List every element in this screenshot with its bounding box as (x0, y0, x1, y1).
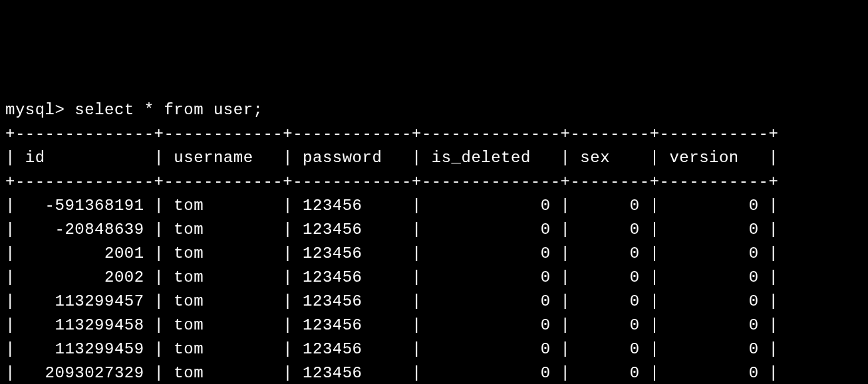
table-data-rows: | -591368191 | tom | 123456 | 0 | 0 | 0 … (5, 197, 778, 382)
table-header-row: | id | username | password | is_deleted … (5, 149, 778, 167)
table-border-mid: +--------------+------------+-----------… (5, 173, 778, 191)
sql-command: select * from user; (74, 101, 263, 119)
mysql-prompt: mysql> (5, 101, 65, 119)
mysql-terminal-output: mysql> select * from user; +------------… (5, 98, 863, 384)
table-border-top: +--------------+------------+-----------… (5, 125, 778, 143)
